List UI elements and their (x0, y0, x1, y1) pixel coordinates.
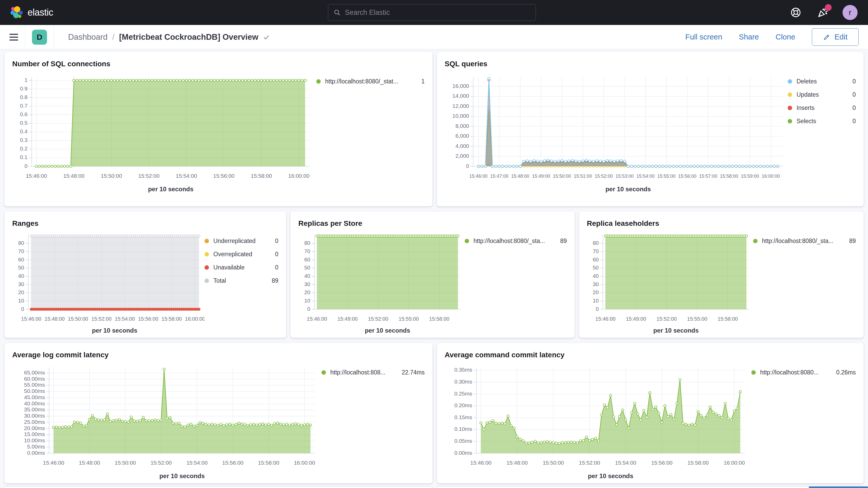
svg-text:15:58:00: 15:58:00 (251, 173, 272, 179)
legend-item[interactable]: Unavailable0 (205, 264, 278, 271)
hamburger-menu-icon[interactable] (9, 33, 18, 41)
legend-swatch-icon (788, 119, 792, 123)
svg-text:15:50:00: 15:50:00 (542, 460, 564, 466)
legend-item[interactable]: Total89 (205, 277, 278, 284)
svg-text:14,000: 14,000 (453, 93, 469, 99)
chart-legend: http://localhost:8080/_sta...89 (465, 238, 567, 251)
user-avatar[interactable]: r (842, 5, 858, 20)
page-title[interactable]: [Metricbeat CockroachDB] Overview (119, 32, 258, 42)
legend-series-value: 89 (849, 238, 856, 245)
legend-swatch-icon (205, 252, 209, 256)
panel-title[interactable]: SQL queries (445, 60, 856, 68)
chart-legend: Deletes0Updates0Inserts0Selects0 (788, 78, 856, 131)
svg-text:50: 50 (593, 265, 599, 271)
panel-title[interactable]: Replicas per Store (298, 219, 567, 227)
elastic-logo[interactable]: elastic (10, 6, 53, 19)
chart-legend: http://localhost:808...22.74ms (321, 369, 425, 382)
legend-series-name: http://localhost:8080/_sta... (473, 238, 556, 245)
svg-text:15:55:00: 15:55:00 (657, 174, 675, 179)
svg-text:0.3: 0.3 (20, 137, 28, 143)
svg-text:50.00ms: 50.00ms (24, 388, 45, 394)
svg-text:35.00ms: 35.00ms (24, 406, 45, 413)
dashboard-app-badge[interactable]: D (32, 30, 47, 45)
svg-text:15:58:00: 15:58:00 (258, 460, 279, 466)
svg-text:0: 0 (21, 306, 24, 312)
replicas-per-store-chart[interactable]: 0102030405060708015:46:0015:49:0015:52:0… (298, 230, 465, 336)
legend-series-name: Underreplicated (213, 238, 271, 245)
panel-title[interactable]: Average command commit latency (445, 351, 856, 359)
edit-button[interactable]: Edit (812, 28, 859, 46)
legend-series-value: 0 (852, 78, 856, 85)
svg-text:10,000: 10,000 (453, 113, 469, 119)
breadcrumb-dashboard-link[interactable]: Dashboard (68, 32, 107, 42)
svg-text:20: 20 (593, 289, 599, 295)
svg-text:15:54:00: 15:54:00 (115, 316, 135, 322)
legend-item[interactable]: http://localhost:808...22.74ms (321, 369, 425, 376)
search-input[interactable] (345, 8, 530, 17)
horizontal-scrollbar-thumb[interactable] (809, 486, 868, 488)
sql-connections-chart[interactable]: 00.10.20.30.40.50.60.70.80.9115:46:0015:… (12, 70, 316, 195)
svg-text:2,000: 2,000 (455, 153, 469, 159)
lifebuoy-icon (790, 7, 802, 18)
check-icon[interactable] (263, 34, 270, 40)
panel-title[interactable]: Ranges (12, 219, 278, 227)
notification-dot (825, 4, 832, 11)
svg-text:15:54:00: 15:54:00 (615, 460, 637, 466)
svg-text:15:48:00: 15:48:00 (511, 174, 529, 179)
news-button[interactable] (815, 5, 830, 20)
svg-text:15:52:00: 15:52:00 (656, 316, 677, 322)
svg-text:20: 20 (304, 289, 310, 295)
panel-title[interactable]: Replica leaseholders (587, 219, 856, 227)
help-button[interactable] (788, 5, 803, 20)
sql-queries-chart[interactable]: 02,0004,0006,0008,00010,00012,00014,0001… (445, 70, 788, 195)
clone-button[interactable]: Clone (775, 33, 795, 41)
svg-text:15:48:00: 15:48:00 (79, 460, 100, 466)
svg-text:15:52:00: 15:52:00 (579, 460, 600, 466)
svg-text:0.10ms: 0.10ms (454, 426, 472, 432)
svg-text:0: 0 (596, 306, 599, 312)
svg-text:15:49:00: 15:49:00 (337, 316, 358, 322)
svg-text:5.00ms: 5.00ms (27, 444, 45, 450)
svg-text:25.00ms: 25.00ms (24, 419, 45, 425)
legend-series-name: Updates (797, 91, 848, 98)
svg-text:15:46:00: 15:46:00 (595, 316, 616, 322)
svg-text:16:00:00: 16:00:00 (185, 316, 205, 322)
share-button[interactable]: Share (739, 33, 759, 41)
legend-item[interactable]: Selects0 (788, 118, 856, 125)
legend-swatch-icon (751, 370, 756, 375)
svg-text:15:52:00: 15:52:00 (91, 316, 112, 322)
legend-item[interactable]: Updates0 (788, 91, 856, 98)
legend-item[interactable]: http://localhost:8080/_stat...1 (316, 78, 425, 85)
global-search[interactable] (328, 4, 536, 21)
svg-text:15:46:00: 15:46:00 (469, 174, 488, 179)
log-commit-latency-chart[interactable]: 0.00ms5.00ms10.00ms15.00ms20.00ms25.00ms… (12, 361, 321, 482)
full-screen-button[interactable]: Full screen (685, 33, 722, 41)
legend-item[interactable]: Inserts0 (788, 104, 856, 112)
search-icon (334, 8, 341, 17)
legend-item[interactable]: Underreplicated0 (205, 238, 278, 245)
legend-series-name: http://localhost:8080/_sta... (762, 238, 845, 245)
panel-title[interactable]: Average log commit latency (12, 351, 425, 359)
ranges-chart[interactable]: 0102030405060708015:46:0015:48:0015:50:0… (12, 230, 205, 336)
legend-item[interactable]: http://localhost:8080/_sta...89 (465, 238, 567, 245)
svg-text:15:47:00: 15:47:00 (490, 174, 508, 179)
svg-text:15:50:00: 15:50:00 (101, 173, 122, 179)
legend-series-name: Unavailable (213, 264, 271, 271)
svg-text:15:48:00: 15:48:00 (63, 173, 85, 179)
legend-item[interactable]: http://localhost:8080...0.26ms (751, 369, 856, 376)
elastic-logo-icon (10, 6, 23, 19)
legend-series-name: Selects (797, 118, 848, 125)
svg-text:0.00ms: 0.00ms (27, 450, 45, 456)
panel-title[interactable]: Number of SQL connections (12, 60, 425, 68)
legend-series-value: 0 (275, 264, 278, 271)
chart-legend: Underreplicated0Overreplicated0Unavailab… (205, 238, 278, 291)
legend-item[interactable]: Deletes0 (788, 78, 856, 85)
command-commit-latency-chart[interactable]: 0.00ms0.05ms0.10ms0.15ms0.20ms0.25ms0.30… (445, 361, 751, 482)
replica-leaseholders-chart[interactable]: 0102030405060708015:46:0015:49:0015:52:0… (587, 230, 753, 336)
svg-text:60: 60 (304, 256, 310, 263)
svg-text:60: 60 (18, 256, 24, 263)
legend-swatch-icon (316, 79, 321, 84)
legend-item[interactable]: http://localhost:8080/_sta...89 (753, 238, 856, 245)
svg-text:30: 30 (18, 281, 24, 287)
legend-item[interactable]: Overreplicated0 (205, 251, 278, 258)
